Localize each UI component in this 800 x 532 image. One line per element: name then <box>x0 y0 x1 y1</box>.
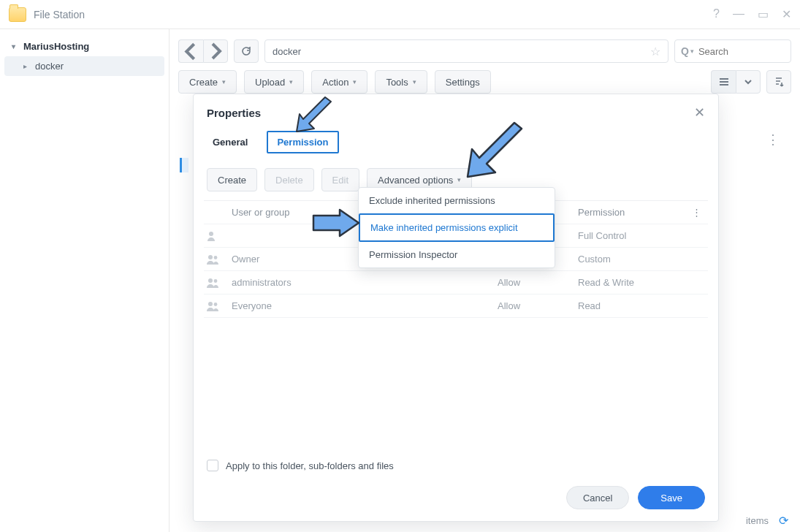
chevron-right-icon: ▸ <box>23 62 31 70</box>
path-input[interactable]: docker ☆ <box>264 39 668 63</box>
sidebar-root-label: MariusHosting <box>23 41 89 52</box>
apply-recursive-checkbox[interactable] <box>207 460 218 471</box>
settings-button[interactable]: Settings <box>435 70 491 94</box>
chevron-down-icon: ▾ <box>413 78 416 86</box>
chevron-down-icon: ▾ <box>222 78 226 86</box>
svg-point-5 <box>208 302 213 306</box>
cell-permission: Read <box>578 300 687 311</box>
view-list-dropdown[interactable] <box>736 70 761 94</box>
chevron-down-icon: ▾ <box>12 42 19 50</box>
items-label: items <box>746 515 769 526</box>
view-list-button[interactable] <box>711 70 736 94</box>
cell-user: Everyone <box>232 300 498 311</box>
advanced-options-menu: Exclude inherited permissions Make inher… <box>358 187 555 268</box>
help-icon[interactable]: ? <box>713 7 720 21</box>
chevron-down-icon: ▾ <box>289 78 293 86</box>
perm-delete-button: Delete <box>264 168 314 191</box>
create-button[interactable]: Create▾ <box>178 70 237 94</box>
sidebar-root[interactable]: ▾ MariusHosting <box>4 37 164 56</box>
chevron-down-icon: ▾ <box>457 176 461 183</box>
search-input[interactable] <box>698 46 785 57</box>
user-icon <box>207 231 220 241</box>
group-icon <box>207 278 220 288</box>
sidebar-item-label: docker <box>35 61 64 72</box>
dialog-close-button[interactable]: ✕ <box>694 104 705 121</box>
group-icon <box>207 254 220 265</box>
window-title: File Station <box>34 9 85 20</box>
chevron-down-icon: ▾ <box>690 48 694 55</box>
table-row[interactable]: administratorsAllowRead & Write <box>204 271 708 294</box>
apply-recursive-label: Apply to this folder, sub-folders and fi… <box>226 460 394 471</box>
tab-general[interactable]: General <box>207 131 254 153</box>
perm-create-button[interactable]: Create <box>207 168 257 191</box>
selected-row-indicator <box>180 158 188 172</box>
minimize-icon[interactable]: — <box>733 7 744 21</box>
group-icon <box>207 301 220 311</box>
status-bar: items ⟳ <box>746 514 788 528</box>
kebab-icon[interactable]: ⋮ <box>766 132 780 148</box>
save-button[interactable]: Save <box>638 486 705 509</box>
refresh-button[interactable] <box>234 39 259 63</box>
menu-exclude-inherited[interactable]: Exclude inherited permissions <box>359 188 555 213</box>
svg-point-1 <box>208 255 213 259</box>
star-icon[interactable]: ☆ <box>650 45 660 58</box>
svg-point-3 <box>208 278 213 283</box>
cell-permission: Full Control <box>578 230 687 241</box>
nav-forward-button[interactable] <box>203 39 228 63</box>
menu-permission-inspector[interactable]: Permission Inspector <box>359 242 555 267</box>
nav-back-button[interactable] <box>178 39 203 63</box>
kebab-icon[interactable]: ⋮ <box>687 207 705 218</box>
search-icon: Q <box>681 45 689 57</box>
refresh-icon[interactable]: ⟳ <box>779 514 788 528</box>
cell-user: administrators <box>232 277 498 288</box>
tools-button[interactable]: Tools▾ <box>375 70 427 94</box>
svg-point-2 <box>214 256 218 259</box>
svg-point-6 <box>214 303 218 306</box>
sidebar: ▾ MariusHosting ▸ docker <box>0 29 169 532</box>
dialog-title: Properties <box>207 107 261 119</box>
sort-button[interactable] <box>766 70 791 94</box>
search-box[interactable]: Q ▾ <box>674 39 791 63</box>
cell-type: Allow <box>498 300 578 311</box>
table-row[interactable]: EveryoneAllowRead <box>204 294 708 318</box>
upload-button[interactable]: Upload▾ <box>244 70 304 94</box>
close-icon[interactable]: ✕ <box>782 7 791 21</box>
perm-edit-button: Edit <box>321 168 359 191</box>
sidebar-item-docker[interactable]: ▸ docker <box>4 56 164 76</box>
maximize-icon[interactable]: ▭ <box>758 7 769 21</box>
col-permission: Permission <box>578 207 687 218</box>
window-titlebar: File Station ? — ▭ ✕ <box>0 0 800 29</box>
menu-make-explicit[interactable]: Make inherited permissions explicit <box>359 213 555 242</box>
app-icon <box>9 7 26 22</box>
svg-point-0 <box>209 232 213 236</box>
cell-permission: Custom <box>578 254 687 265</box>
svg-point-4 <box>214 279 218 283</box>
properties-dialog: Properties ✕ General Permission Create D… <box>193 94 719 522</box>
action-button[interactable]: Action▾ <box>311 70 367 94</box>
cancel-button[interactable]: Cancel <box>566 486 629 509</box>
tab-permission[interactable]: Permission <box>267 131 338 153</box>
cell-permission: Read & Write <box>578 277 687 288</box>
chevron-down-icon: ▾ <box>353 78 357 86</box>
path-text: docker <box>273 46 301 57</box>
cell-type: Allow <box>498 277 578 288</box>
